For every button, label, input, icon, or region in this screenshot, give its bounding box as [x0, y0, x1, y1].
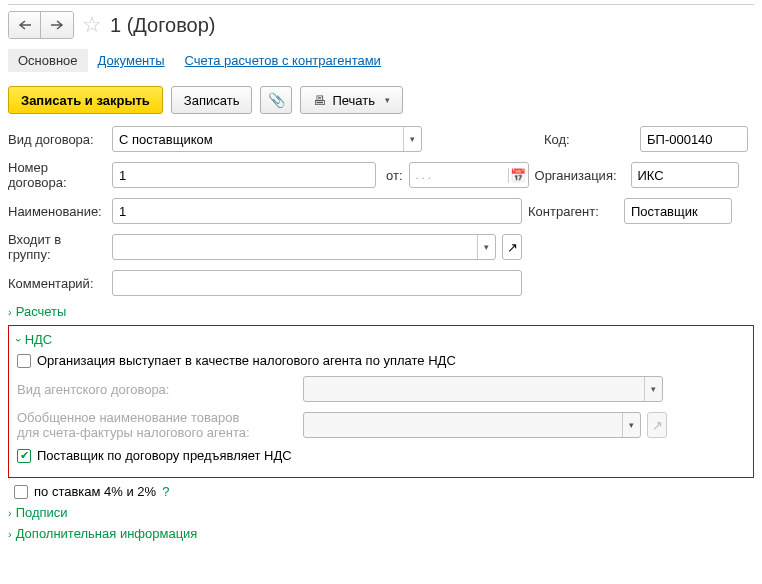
supplier-nds-label: Поставщик по договору предъявляет НДС [37, 448, 292, 463]
header: ☆ 1 (Договор) [8, 11, 754, 39]
calendar-icon[interactable]: 📅 [508, 168, 528, 183]
counterparty-input[interactable] [624, 198, 732, 224]
section-nds[interactable]: › НДС [17, 332, 745, 347]
label-contract-type: Вид договора: [8, 132, 106, 147]
print-button[interactable]: 🖶Печать [300, 86, 403, 114]
rates-checkbox[interactable] [14, 485, 28, 499]
nds-highlight-box: › НДС Организация выступает в качестве н… [8, 325, 754, 478]
label-org: Организация: [535, 168, 625, 183]
rates-label: по ставкам 4% и 2% [34, 484, 156, 499]
arrow-left-icon [18, 20, 32, 30]
label-number: Номер договора: [8, 160, 106, 190]
favorite-star-icon[interactable]: ☆ [82, 12, 102, 38]
section-nds-label: НДС [25, 332, 53, 347]
section-calculations-label: Расчеты [16, 304, 67, 319]
supplier-nds-checkbox[interactable]: ✔ [17, 449, 31, 463]
date-placeholder: . . . [410, 169, 508, 181]
print-label: Печать [332, 93, 375, 108]
contract-type-select[interactable]: С поставщиком ▾ [112, 126, 422, 152]
label-comment: Комментарий: [8, 276, 106, 291]
dropdown-icon[interactable]: ▾ [477, 235, 495, 259]
label-agent-type: Вид агентского договора: [17, 382, 297, 397]
agent-type-select: ▾ [303, 376, 663, 402]
label-goods-name-1: Обобщенное наименование товаров [17, 410, 297, 425]
goods-name-select: ▾ [303, 412, 641, 438]
help-icon[interactable]: ? [162, 484, 169, 499]
label-name: Наименование: [8, 204, 106, 219]
tab-documents[interactable]: Документы [88, 49, 175, 72]
attach-button[interactable]: 📎 [260, 86, 292, 114]
number-input[interactable] [112, 162, 376, 188]
group-open-button[interactable]: ↗ [502, 234, 522, 260]
comment-input[interactable] [112, 270, 522, 296]
section-signatures-label: Подписи [16, 505, 68, 520]
tab-accounts[interactable]: Счета расчетов с контрагентами [175, 49, 391, 72]
contract-type-value: С поставщиком [113, 132, 403, 147]
date-input[interactable]: . . . 📅 [409, 162, 529, 188]
tax-agent-label: Организация выступает в качестве налогов… [37, 353, 456, 368]
tax-agent-checkbox[interactable] [17, 354, 31, 368]
code-input[interactable] [640, 126, 748, 152]
name-input[interactable] [112, 198, 522, 224]
goods-open-button: ↗ [647, 412, 667, 438]
label-goods-name-2: для счета-фактуры налогового агента: [17, 425, 297, 440]
label-from: от: [386, 168, 403, 183]
nav-buttons [8, 11, 74, 39]
arrow-right-icon [50, 20, 64, 30]
printer-icon: 🖶 [313, 93, 326, 108]
chevron-right-icon: › [8, 528, 12, 540]
paperclip-icon: 📎 [268, 92, 285, 108]
save-button[interactable]: Записать [171, 86, 253, 114]
chevron-down-icon: › [13, 338, 25, 342]
section-extra-label: Дополнительная информация [16, 526, 198, 541]
chevron-right-icon: › [8, 306, 12, 318]
org-input[interactable] [631, 162, 739, 188]
section-signatures[interactable]: › Подписи [8, 505, 754, 520]
section-calculations[interactable]: › Расчеты [8, 304, 754, 319]
label-counterparty: Контрагент: [528, 204, 618, 219]
page-title: 1 (Договор) [110, 14, 216, 37]
save-and-close-button[interactable]: Записать и закрыть [8, 86, 163, 114]
group-select[interactable]: ▾ [112, 234, 496, 260]
label-group: Входит в группу: [8, 232, 106, 262]
dropdown-icon: ▾ [622, 413, 640, 437]
dropdown-icon[interactable]: ▾ [403, 127, 421, 151]
tab-main[interactable]: Основное [8, 49, 88, 72]
tabs: Основное Документы Счета расчетов с конт… [8, 49, 754, 72]
section-extra[interactable]: › Дополнительная информация [8, 526, 754, 541]
toolbar: Записать и закрыть Записать 📎 🖶Печать [8, 86, 754, 114]
chevron-right-icon: › [8, 507, 12, 519]
dropdown-icon: ▾ [644, 377, 662, 401]
label-code: Код: [544, 132, 634, 147]
forward-button[interactable] [41, 12, 73, 38]
back-button[interactable] [9, 12, 41, 38]
